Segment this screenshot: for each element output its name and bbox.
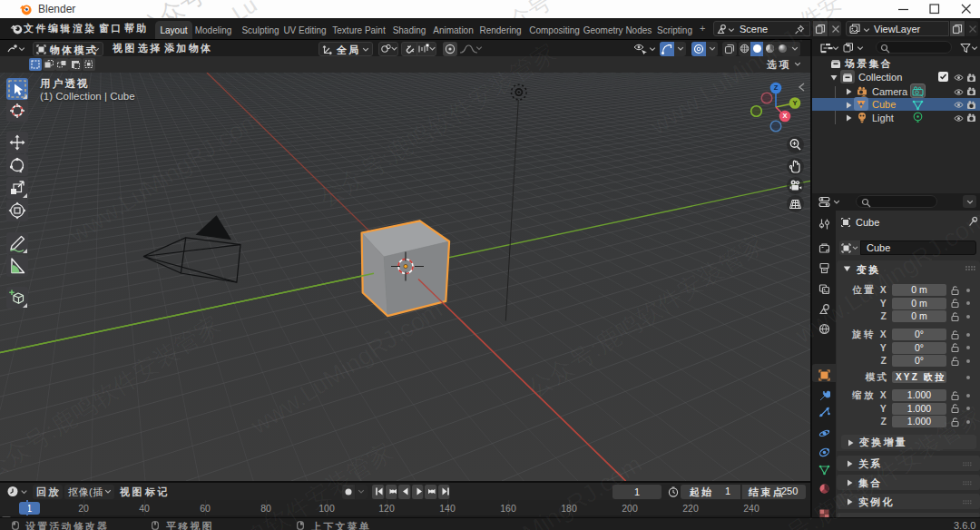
svg-text:Y: Y	[792, 99, 797, 107]
svg-text:X: X	[782, 112, 787, 120]
svg-text:Z: Z	[774, 83, 779, 92]
